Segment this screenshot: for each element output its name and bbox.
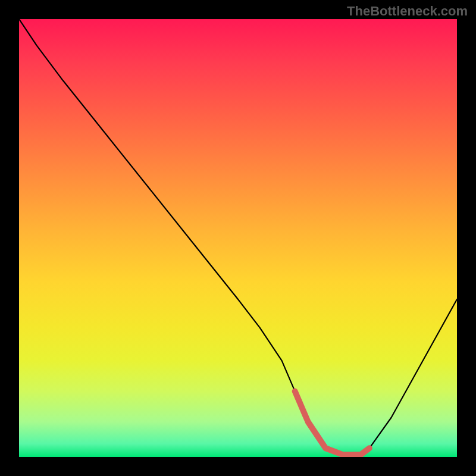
plot-area <box>19 19 457 457</box>
bottleneck-curve-line <box>19 19 457 455</box>
chart-svg <box>19 19 457 457</box>
highlight-valley-line <box>295 392 369 455</box>
watermark-text: TheBottleneck.com <box>347 4 468 19</box>
